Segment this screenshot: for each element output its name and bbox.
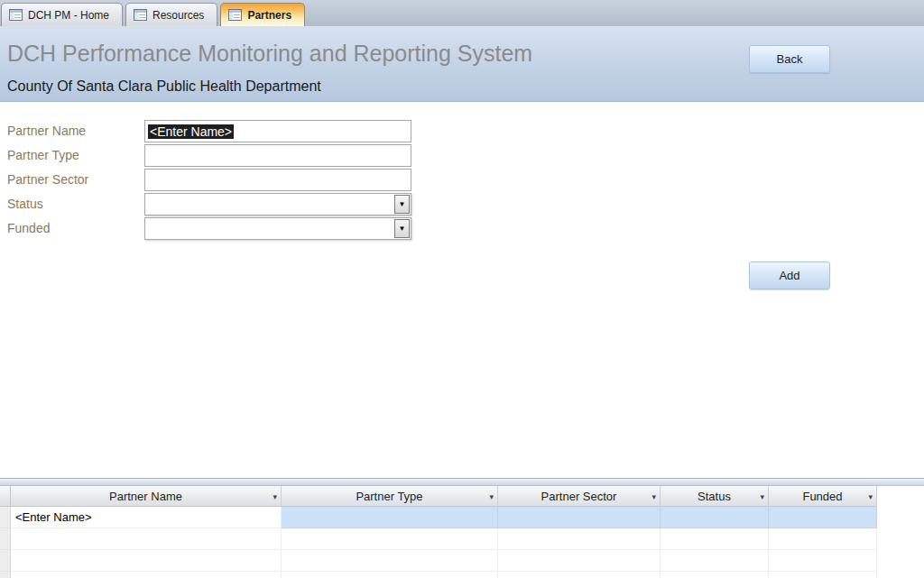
partner-name-label: Partner Name — [7, 124, 86, 138]
table-row — [0, 572, 877, 578]
table-cell[interactable] — [11, 528, 282, 550]
row-selector[interactable] — [0, 507, 11, 528]
filter-arrow-icon[interactable]: ▾ — [651, 492, 656, 501]
column-label: Status — [698, 490, 731, 503]
row-selector[interactable] — [0, 528, 11, 550]
table-cell-partner-name[interactable]: <Enter Name> — [11, 507, 282, 528]
filter-arrow-icon[interactable]: ▾ — [760, 492, 764, 501]
table-cell[interactable] — [282, 528, 498, 550]
column-header-funded[interactable]: Funded ▾ — [769, 486, 877, 507]
field-row-funded: Funded ▼ — [0, 217, 541, 241]
tab-label: Partners — [247, 9, 291, 22]
column-header-status[interactable]: Status ▾ — [661, 486, 769, 507]
dropdown-arrow-icon[interactable]: ▼ — [394, 219, 410, 238]
table-cell[interactable] — [11, 550, 282, 572]
table-cell[interactable] — [769, 528, 877, 550]
table-cell[interactable] — [282, 572, 498, 578]
table-cell[interactable] — [769, 572, 877, 578]
partner-name-input[interactable]: <Enter Name> — [144, 120, 411, 142]
table-cell-funded[interactable] — [769, 507, 877, 528]
filter-arrow-icon[interactable]: ▾ — [273, 492, 277, 501]
table-cell[interactable] — [498, 550, 661, 572]
form-icon — [9, 9, 23, 21]
column-header-partner-name[interactable]: Partner Name ▾ — [11, 486, 282, 507]
column-header-partner-sector[interactable]: Partner Sector ▾ — [498, 486, 661, 507]
status-combobox[interactable]: ▼ — [144, 193, 411, 216]
selected-text: <Enter Name> — [148, 124, 234, 139]
table-cell[interactable] — [282, 550, 498, 572]
table-cell-partner-sector[interactable] — [498, 507, 661, 528]
column-label: Partner Name — [109, 490, 182, 503]
row-selector[interactable] — [0, 550, 11, 572]
field-row-status: Status ▼ — [0, 193, 541, 216]
page-title: DCH Performance Monitoring and Reporting… — [7, 41, 532, 67]
datasheet-header-row: Partner Name ▾ Partner Type ▾ Partner Se… — [0, 486, 877, 507]
datasheet: Partner Name ▾ Partner Type ▾ Partner Se… — [0, 478, 924, 578]
table-row — [0, 550, 877, 572]
back-button[interactable]: Back — [749, 45, 830, 73]
page-subtitle: County Of Santa Clara Public Health Depa… — [7, 78, 321, 95]
header-banner: DCH Performance Monitoring and Reporting… — [0, 26, 924, 102]
table-cell[interactable] — [498, 572, 661, 578]
row-selector[interactable] — [0, 572, 11, 578]
table-cell-partner-type[interactable] — [282, 507, 498, 528]
form-icon — [134, 9, 147, 21]
table-cell[interactable] — [498, 528, 661, 550]
partner-type-label: Partner Type — [7, 148, 79, 162]
tab-bar: DCH PM - Home Resources Partners — [0, 0, 924, 26]
column-label: Partner Type — [356, 490, 422, 503]
form-icon — [228, 9, 242, 21]
table-row — [0, 528, 877, 550]
tab-partners[interactable]: Partners — [220, 3, 305, 26]
table-cell[interactable] — [661, 550, 769, 572]
partner-type-input[interactable] — [144, 144, 411, 167]
datasheet-splitter[interactable] — [0, 478, 924, 486]
field-row-partner-name: Partner Name <Enter Name> — [0, 120, 541, 143]
partner-sector-input[interactable] — [144, 169, 411, 191]
tab-label: DCH PM - Home — [28, 9, 109, 22]
partner-sector-label: Partner Sector — [7, 172, 88, 187]
table-cell[interactable] — [769, 550, 877, 572]
filter-arrow-icon[interactable]: ▾ — [868, 492, 873, 501]
table-row: <Enter Name> — [0, 507, 877, 528]
tab-label: Resources — [152, 9, 204, 22]
table-cell[interactable] — [661, 528, 769, 550]
add-button[interactable]: Add — [749, 261, 830, 289]
dropdown-arrow-icon[interactable]: ▼ — [394, 195, 410, 214]
funded-combobox[interactable]: ▼ — [144, 217, 411, 240]
filter-arrow-icon[interactable]: ▾ — [489, 492, 494, 501]
row-selector-header[interactable] — [0, 486, 11, 507]
column-label: Funded — [802, 490, 842, 503]
column-header-partner-type[interactable]: Partner Type ▾ — [282, 486, 498, 507]
tab-resources[interactable]: Resources — [125, 3, 217, 26]
column-label: Partner Sector — [541, 490, 617, 503]
table-cell[interactable] — [661, 572, 769, 578]
status-label: Status — [7, 197, 43, 211]
field-row-partner-type: Partner Type — [0, 144, 541, 168]
table-cell[interactable] — [11, 572, 282, 578]
app-window: DCH PM - Home Resources Partners DCH Per… — [0, 0, 924, 578]
funded-label: Funded — [7, 221, 50, 235]
table-cell-status[interactable] — [661, 507, 769, 528]
tab-dch-pm-home[interactable]: DCH PM - Home — [1, 3, 123, 26]
field-row-partner-sector: Partner Sector — [0, 169, 541, 192]
